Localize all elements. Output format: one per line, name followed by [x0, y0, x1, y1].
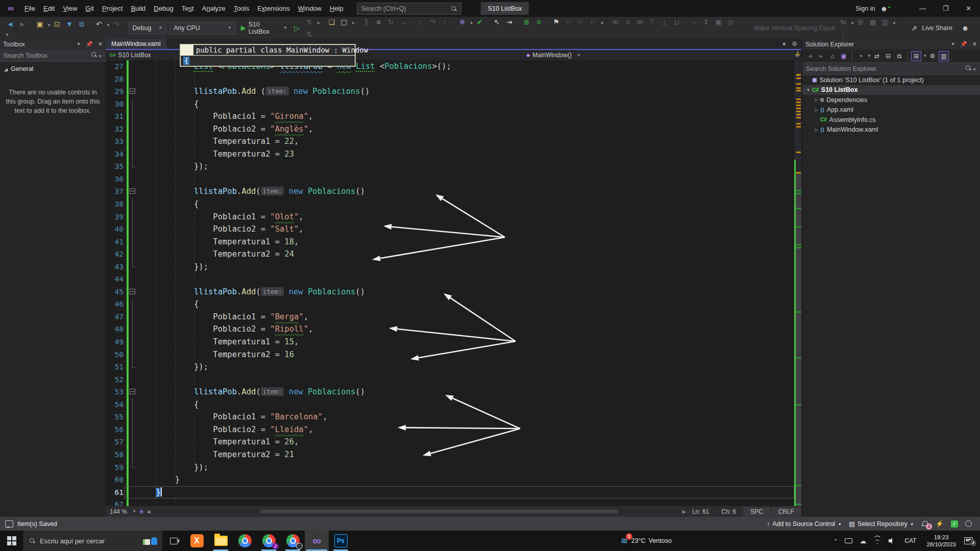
- align-centers-icon[interactable]: ≡: [622, 16, 633, 28]
- home-icon[interactable]: ⌂: [827, 51, 838, 61]
- same-width-icon[interactable]: ⇔: [689, 16, 700, 28]
- scroll-right-icon[interactable]: ▶: [682, 509, 686, 514]
- restart-icon[interactable]: ↻: [385, 16, 397, 28]
- feedback-bolt-icon[interactable]: ⚡: [936, 520, 944, 528]
- menu-edit[interactable]: Edit: [39, 3, 59, 14]
- se-back-icon[interactable]: ◄: [805, 51, 815, 61]
- org-chart-icon[interactable]: ▦: [867, 16, 878, 28]
- taskbar-app-xampp[interactable]: X: [185, 531, 209, 551]
- group-icon-dropdown[interactable]: ▼: [892, 21, 896, 26]
- wifi-icon[interactable]: [873, 538, 881, 544]
- platform-dropdown[interactable]: Any CPU▼: [169, 22, 235, 34]
- taskbar-app-file-explorer[interactable]: [209, 531, 233, 551]
- code-line-56[interactable]: 56 Poblacio2 = "Lleida",: [106, 423, 794, 436]
- code-line-47[interactable]: 47 Poblacio1 = "Berga",: [106, 311, 794, 323]
- continue-icon[interactable]: →: [398, 16, 409, 28]
- pan-zoom-icon[interactable]: ◈: [139, 508, 143, 515]
- step-into-icon[interactable]: ↓: [415, 16, 426, 28]
- new-project-icon-dropdown[interactable]: ▼: [47, 23, 51, 28]
- clock[interactable]: 18:23 28/10/2023: [926, 534, 956, 548]
- zoom-dropdown-icon[interactable]: ▼: [132, 509, 136, 514]
- prev-bookmark-icon[interactable]: ⚐: [563, 16, 574, 28]
- menu-debug[interactable]: Debug: [150, 3, 177, 14]
- speaker-icon[interactable]: [889, 538, 896, 544]
- same-size-icon[interactable]: ▣: [713, 16, 724, 28]
- code-line-43[interactable]: 43 });: [106, 261, 794, 273]
- quick-search-box[interactable]: Search (Ctrl+Q): [357, 3, 461, 15]
- syntax-visualizer-icon-dropdown[interactable]: ▼: [470, 21, 474, 26]
- menu-git[interactable]: Git: [81, 3, 98, 14]
- menu-tools[interactable]: Tools: [230, 3, 253, 14]
- feedback-icon[interactable]: [5, 520, 13, 528]
- clear-bookmarks-icon-dropdown[interactable]: ▼: [600, 21, 604, 26]
- tab-mainwindow-xaml[interactable]: MainWindow.xaml: [106, 39, 166, 49]
- indent-icon[interactable]: ⇥: [504, 16, 515, 28]
- undo-icon[interactable]: ↶: [93, 18, 105, 30]
- expander-icon[interactable]: ▷: [814, 108, 819, 112]
- same-height-icon[interactable]: ⇕: [701, 16, 712, 28]
- code-line-46[interactable]: 46 {: [106, 298, 794, 311]
- stop-icon[interactable]: ■: [373, 16, 384, 28]
- select-repository-button[interactable]: ▤ Select Repository ▲: [849, 520, 914, 528]
- zoom-tool-icon[interactable]: ◎: [725, 16, 737, 28]
- align-middles-icon[interactable]: ⊥: [659, 16, 670, 28]
- taskbar-app-visual-studio[interactable]: ∞: [305, 531, 329, 551]
- bookmark-icon[interactable]: ⚑: [551, 16, 562, 28]
- breadcrumb-member[interactable]: ◆ MainWindow()▼: [522, 50, 795, 60]
- syntax-visualizer-icon[interactable]: ※: [457, 16, 468, 28]
- group-icon[interactable]: ▥: [879, 16, 891, 28]
- taskbar-search-box[interactable]: Escriu aquí per cercar: [23, 531, 162, 551]
- uncomment-icon[interactable]: ≡: [533, 16, 545, 28]
- code-line-50[interactable]: 50 Temperatura2 = 16: [106, 348, 794, 361]
- code-line-31[interactable]: 31 Poblacio1 = "Girona",: [106, 110, 794, 123]
- code-line-59[interactable]: 59 });: [106, 461, 794, 474]
- breadcrumb-project[interactable]: C# S10 ListBox: [106, 50, 155, 60]
- code-line-33[interactable]: 33 Temperatura1 = 22,: [106, 135, 794, 148]
- code-line-30[interactable]: 30 {: [106, 98, 794, 111]
- show-all-files-icon[interactable]: ⊞: [911, 51, 921, 61]
- hot-reload-icon-dropdown[interactable]: ▼: [316, 21, 321, 26]
- window-preview-icon-dropdown[interactable]: ▼: [351, 21, 355, 26]
- solution-explorer-close-icon[interactable]: ✕: [972, 41, 977, 47]
- pin-icon[interactable]: 📌: [960, 41, 967, 47]
- add-account-icon[interactable]: ☻+: [880, 5, 891, 13]
- restore-button[interactable]: ❐: [934, 0, 957, 17]
- nav-back-icon[interactable]: ◄: [5, 18, 16, 30]
- code-line-38[interactable]: 38 {: [106, 198, 794, 211]
- toolbox-dropdown-icon[interactable]: ▼: [77, 42, 81, 46]
- menu-analyze[interactable]: Analyze: [198, 3, 230, 14]
- select-pointer-icon[interactable]: ↖: [492, 16, 503, 28]
- hot-reload-icon[interactable]: ↯: [304, 16, 315, 28]
- close-button[interactable]: ✕: [957, 0, 980, 17]
- vertical-scrollbar[interactable]: ▲: [794, 60, 801, 506]
- taskbar-app-chrome-profile-avatar[interactable]: [281, 531, 305, 551]
- pending-changes-filter-icon-dropdown[interactable]: ▼: [867, 54, 871, 58]
- code-line-48[interactable]: 48 Poblacio2 = "Ripoll",: [106, 323, 794, 336]
- menu-test[interactable]: Test: [178, 3, 198, 14]
- show-all-files-icon-dropdown[interactable]: ▼: [923, 54, 927, 58]
- solution-search-box[interactable]: Search Solution Explorer ▼: [802, 63, 980, 75]
- taskbar-app-photoshop[interactable]: Ps: [329, 531, 353, 551]
- properties-icon[interactable]: ⧉: [894, 51, 904, 61]
- code-line-36[interactable]: 36: [106, 173, 794, 186]
- code-line-44[interactable]: 44: [106, 273, 794, 286]
- menu-file[interactable]: File: [20, 3, 39, 14]
- taskbar-app-chrome[interactable]: [233, 531, 257, 551]
- hidden-icons-chevron[interactable]: ⌃: [834, 538, 838, 544]
- code-area[interactable]: 27 List <Poblacions> llistaPob = new Lis…: [106, 60, 794, 506]
- code-line-55[interactable]: 55 Poblacio1 = "Barcelona",: [106, 411, 794, 423]
- scroll-left-icon[interactable]: ◀: [146, 509, 150, 514]
- expander-icon[interactable]: ▷: [814, 128, 819, 132]
- align-bottoms-icon[interactable]: ⊔: [671, 16, 682, 28]
- live-share-button[interactable]: ⇗ Live Share ☻: [908, 22, 973, 34]
- toolbox-close-icon[interactable]: ✕: [98, 41, 103, 47]
- align-rights-icon[interactable]: ≫: [634, 16, 646, 28]
- tree-item-app-xaml[interactable]: ▷⟨⟩App.xaml: [802, 105, 980, 115]
- code-line-62[interactable]: 62: [106, 498, 794, 506]
- code-line-37[interactable]: 37− llistaPob.Add(item: new Poblacions(): [106, 185, 794, 198]
- menu-project[interactable]: Project: [98, 3, 127, 14]
- sync-with-active-document-icon[interactable]: ⇄: [872, 51, 882, 61]
- action-center-icon[interactable]: 4: [964, 537, 973, 544]
- make-vertical-spacing-label[interactable]: Make Vertical Spacing Equal: [754, 24, 835, 32]
- code-line-52[interactable]: 52: [106, 373, 794, 386]
